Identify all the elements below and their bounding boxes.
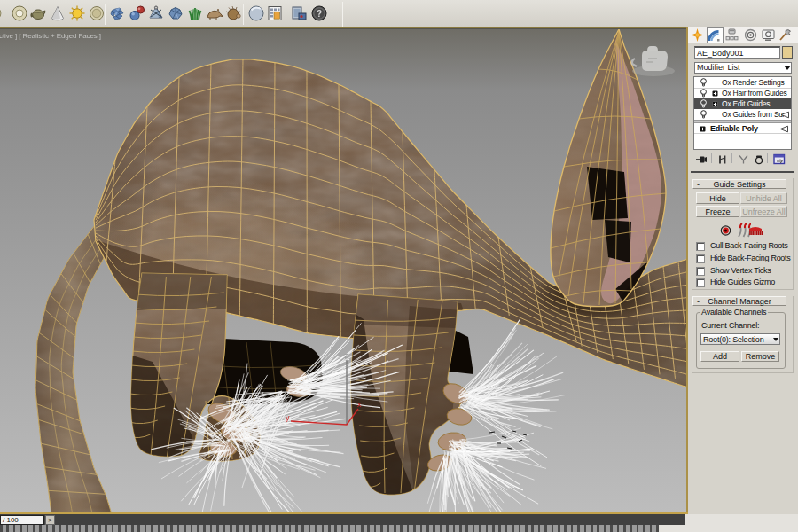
svg-text:x: x — [357, 400, 362, 409]
svg-text:z: z — [344, 351, 348, 360]
svg-text:y: y — [286, 413, 290, 422]
svg-text:?: ? — [317, 9, 322, 19]
